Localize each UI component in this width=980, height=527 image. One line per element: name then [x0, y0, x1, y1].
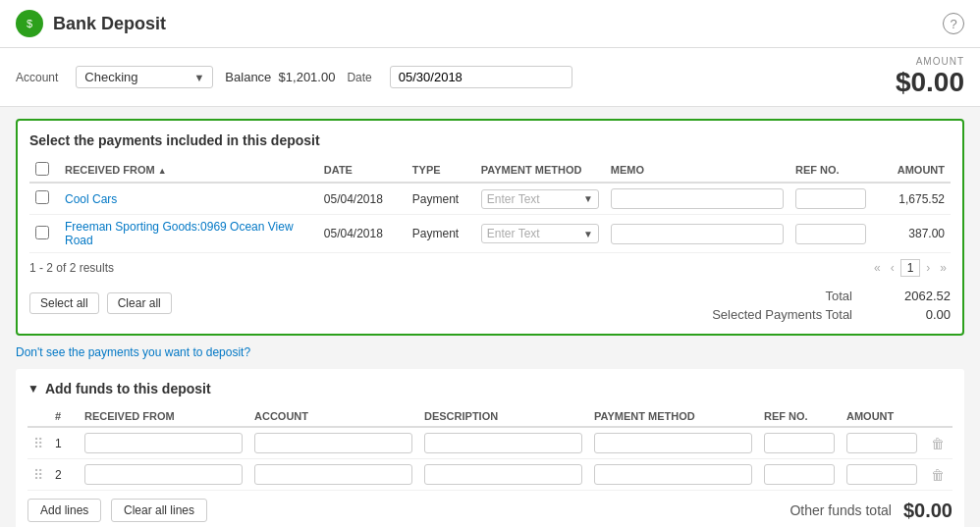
page-current: 1: [900, 259, 921, 277]
bank-deposit-icon: $: [16, 10, 43, 37]
clear-all-lines-button[interactable]: Clear all lines: [111, 499, 207, 522]
other-funds-label: Other funds total: [789, 502, 892, 518]
page-last[interactable]: »: [936, 260, 951, 276]
col-header-payment-method: PAYMENT METHOD: [475, 158, 605, 183]
balance-label: Balance: [225, 70, 271, 84]
payments-section: Select the payments included in this dep…: [16, 119, 964, 336]
row-date: 05/04/2018: [318, 215, 407, 253]
col-header-amount: AMOUNT: [872, 158, 951, 183]
page-next[interactable]: ›: [922, 260, 934, 276]
col-delete-header: [923, 406, 953, 427]
table-footer: 1 - 2 of 2 results « ‹ 1 › »: [29, 259, 951, 277]
col-header-received-from[interactable]: RECEIVED FROM: [59, 158, 318, 183]
table-row: Freeman Sporting Goods:0969 Ocean View R…: [29, 215, 951, 253]
funds-ref-input[interactable]: [764, 464, 835, 485]
table-row: Cool Cars 05/04/2018 Payment Enter Text …: [29, 183, 951, 215]
amount-label: AMOUNT: [896, 56, 964, 67]
add-funds-section: ▼ Add funds to this deposit # RECEIVED F…: [16, 369, 964, 527]
row-checkbox[interactable]: [35, 190, 49, 204]
col-funds-ref-header: REF NO.: [758, 406, 841, 427]
total-row: Total 2062.52: [712, 289, 951, 303]
account-dropdown-arrow: ▼: [193, 72, 204, 83]
method-arrow: ▼: [583, 193, 593, 204]
clear-all-button[interactable]: Clear all: [107, 292, 172, 314]
funds-ref-input[interactable]: [764, 433, 835, 453]
row-num: 1: [49, 427, 79, 459]
funds-table-row: ⠿ 1 🗑: [27, 427, 953, 459]
help-button[interactable]: ?: [943, 13, 964, 34]
delete-row-icon[interactable]: 🗑: [931, 467, 945, 483]
result-count: 1 - 2 of 2 results: [29, 261, 114, 275]
account-select[interactable]: Checking ▼: [76, 66, 213, 88]
selected-total-row: Selected Payments Total 0.00: [712, 307, 951, 322]
funds-total: Other funds total $0.00: [789, 500, 953, 522]
row-num: 2: [49, 459, 79, 491]
funds-method-input[interactable]: [594, 433, 752, 453]
received-from-link[interactable]: Cool Cars: [65, 192, 117, 206]
funds-description-input[interactable]: [424, 464, 582, 485]
col-header-ref-no: REF NO.: [789, 158, 872, 183]
date-label: Date: [347, 71, 371, 84]
selected-total-label: Selected Payments Total: [712, 307, 852, 322]
funds-table-row: ⠿ 2 🗑: [27, 459, 953, 491]
received-from-link[interactable]: Freeman Sporting Goods:0969 Ocean View R…: [65, 220, 294, 247]
method-placeholder: Enter Text: [487, 227, 540, 240]
page-prev[interactable]: ‹: [887, 260, 898, 276]
amount-value: $0.00: [896, 67, 964, 98]
total-label: Total: [826, 289, 852, 303]
col-num-header: #: [49, 406, 79, 427]
col-header-date: DATE: [318, 158, 407, 183]
col-header-memo: MEMO: [605, 158, 789, 183]
funds-received-from-input[interactable]: [84, 464, 243, 485]
svg-text:$: $: [27, 18, 32, 29]
add-lines-button[interactable]: Add lines: [27, 499, 101, 522]
row-type: Payment: [407, 215, 475, 253]
funds-amount-input[interactable]: [846, 433, 917, 453]
col-header-check: [29, 158, 59, 183]
select-all-button[interactable]: Select all: [29, 292, 99, 314]
action-buttons: Select all Clear all: [29, 292, 172, 314]
col-header-type: TYPE: [407, 158, 475, 183]
date-input[interactable]: [390, 66, 572, 88]
method-placeholder: Enter Text: [487, 192, 540, 206]
payment-method-select[interactable]: Enter Text ▼: [481, 224, 599, 243]
account-label: Account: [16, 71, 58, 84]
funds-method-input[interactable]: [594, 464, 752, 485]
row-date: 05/04/2018: [318, 183, 407, 215]
select-all-checkbox[interactable]: [35, 162, 49, 176]
memo-input[interactable]: [611, 224, 784, 244]
add-funds-title: ▼ Add funds to this deposit: [27, 381, 953, 396]
account-value: Checking: [84, 70, 137, 84]
main-content: Select the payments included in this dep…: [0, 107, 980, 527]
funds-account-input[interactable]: [254, 433, 412, 453]
add-funds-chevron[interactable]: ▼: [27, 382, 39, 395]
col-funds-received-header: RECEIVED FROM: [79, 406, 248, 427]
funds-amount-input[interactable]: [846, 464, 917, 485]
row-type: Payment: [407, 183, 475, 215]
other-funds-value: $0.00: [903, 500, 953, 522]
pagination[interactable]: « ‹ 1 › »: [870, 259, 951, 277]
col-funds-amount-header: AMOUNT: [841, 406, 923, 427]
total-value: 2062.52: [892, 289, 951, 303]
payments-section-title: Select the payments included in this dep…: [29, 132, 951, 148]
dont-see-link[interactable]: Don't see the payments you want to depos…: [16, 345, 964, 359]
balance-value: $1,201.00: [279, 70, 336, 84]
col-funds-description-header: DESCRIPTION: [418, 406, 588, 427]
subheader: Account Checking ▼ Balance $1,201.00 Dat…: [0, 48, 980, 107]
memo-input[interactable]: [611, 188, 784, 209]
funds-received-from-input[interactable]: [84, 433, 243, 453]
ref-input[interactable]: [795, 224, 866, 244]
row-checkbox[interactable]: [35, 226, 49, 239]
payment-method-select[interactable]: Enter Text ▼: [481, 189, 599, 209]
drag-handle[interactable]: ⠿: [33, 467, 43, 483]
funds-description-input[interactable]: [424, 433, 582, 453]
balance-display: Balance $1,201.00: [225, 70, 335, 84]
funds-account-input[interactable]: [254, 464, 412, 485]
row-amount: 387.00: [872, 215, 951, 253]
ref-input[interactable]: [795, 188, 866, 209]
delete-row-icon[interactable]: 🗑: [931, 436, 945, 451]
funds-table: # RECEIVED FROM ACCOUNT DESCRIPTION PAYM…: [27, 406, 953, 491]
drag-handle[interactable]: ⠿: [33, 436, 43, 451]
col-drag-header: [27, 406, 49, 427]
page-first[interactable]: «: [870, 260, 885, 276]
